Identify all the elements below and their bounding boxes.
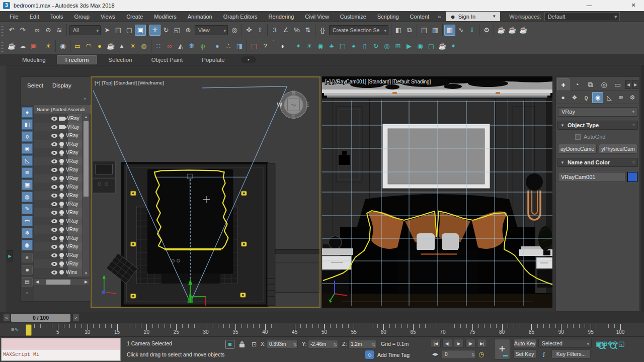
list-item[interactable]: Wins — [34, 268, 83, 277]
help-icon[interactable]: ? — [260, 41, 271, 52]
current-frame-field[interactable]: 0 — [442, 350, 476, 359]
object-type-rollout[interactable]: ▼ Object Type ≡ — [557, 121, 638, 130]
name-column-header[interactable]: Name (Sorted Ascendi — [34, 105, 91, 114]
teapot-icon[interactable]: ☕ — [437, 41, 448, 52]
menu-item[interactable]: Civil View — [299, 14, 334, 20]
menu-item[interactable]: Graph Editors — [218, 14, 263, 20]
list-item[interactable]: VRay — [34, 217, 83, 225]
y-coordinate-field[interactable]: -2.46m — [308, 340, 338, 349]
viewport-camera[interactable]: [+] [VRayCam001] [Standard] [Default Sha… — [322, 76, 552, 308]
add-time-tag[interactable]: Add Time Tag — [377, 352, 410, 358]
menu-item[interactable]: Views — [95, 14, 121, 20]
undo-icon[interactable]: ↶ — [6, 25, 17, 36]
menu-item[interactable]: Edit — [24, 14, 45, 20]
list-item[interactable]: VRay — [34, 174, 83, 183]
list-item[interactable]: VRay — [34, 208, 83, 217]
select-and-rotate-icon[interactable]: ↻ — [160, 25, 172, 36]
align-icon[interactable]: ⧉ — [404, 25, 415, 36]
vray-physical-camera-button[interactable]: yPhysicalCam — [599, 144, 637, 154]
display-bones-icon[interactable]: ✎ — [22, 204, 33, 214]
visibility-eye-icon[interactable] — [51, 253, 57, 257]
menu-item[interactable]: Tools — [45, 14, 69, 20]
list-item[interactable]: VRay — [34, 157, 83, 165]
maxscript-pink-pane[interactable] — [2, 338, 120, 349]
menu-item[interactable]: Scripting — [372, 14, 405, 20]
corona-light-icon[interactable]: ✦ — [293, 41, 304, 52]
create-selection-set-dropdown[interactable]: Create Selection Se — [329, 25, 388, 35]
ambient-light-icon[interactable]: ◍ — [138, 41, 149, 52]
list-item[interactable]: VRay — [34, 123, 83, 131]
ribbon-toggle-icon[interactable]: ▦ — [444, 25, 455, 36]
list-item[interactable]: VRay — [34, 200, 83, 208]
previous-frame-button[interactable]: < — [3, 314, 10, 322]
list-item[interactable]: VRay — [34, 225, 83, 234]
menu-item[interactable]: Customize — [335, 14, 372, 20]
doc-view-icon[interactable]: ▤ — [22, 277, 33, 287]
sphere-light-icon[interactable]: ● — [94, 41, 105, 52]
spinner-snap-icon[interactable]: ⇅ — [302, 25, 313, 36]
redo-icon[interactable]: ↷ — [17, 25, 28, 36]
scene-explorer-icon[interactable]: ▤ — [419, 25, 430, 36]
list-item[interactable]: VRay — [34, 183, 83, 191]
geometry-category-icon[interactable]: ● — [557, 92, 569, 103]
list-item[interactable]: VRay — [34, 131, 83, 140]
dome-camera-icon[interactable]: ◭ — [175, 41, 186, 52]
video-play-icon[interactable]: ▶ — [404, 41, 415, 52]
menu-item[interactable]: Content — [405, 14, 435, 20]
set-key-button[interactable]: Set Key — [513, 349, 536, 358]
visibility-eye-icon[interactable] — [51, 262, 57, 266]
ribbon-tab[interactable]: Object Paint — [143, 56, 191, 64]
camera-add-icon[interactable]: ◉ — [415, 41, 426, 52]
absolute-offset-icon[interactable]: ⊡ — [250, 340, 259, 349]
swatch-icon[interactable]: ■ — [22, 265, 33, 275]
menu-item[interactable]: Group — [68, 14, 95, 20]
vray-dome-camera-button[interactable]: ayDomeCame — [558, 144, 597, 154]
scrollbar-thumb[interactable] — [84, 121, 89, 197]
window-icon[interactable]: ▢ — [426, 41, 437, 52]
list-item[interactable]: VRay — [34, 234, 83, 242]
tab-scroll-right-icon[interactable]: ▶ — [632, 80, 638, 89]
visibility-eye-icon[interactable] — [51, 219, 57, 223]
select-and-place-icon[interactable]: ⊕ — [183, 25, 194, 36]
lights-category-icon[interactable]: ϙ — [581, 92, 592, 103]
selection-region-icon[interactable]: ▢ — [124, 25, 135, 36]
reference-coordinate-dropdown[interactable]: View — [195, 25, 228, 35]
list-view-icon[interactable]: ≡ — [22, 253, 33, 262]
shapes-category-icon[interactable]: ❖ — [569, 92, 580, 103]
vray-render-icon[interactable]: ☕ — [6, 41, 17, 52]
play-icon[interactable]: ▶ — [454, 339, 464, 348]
rect-light-icon[interactable]: ▭ — [72, 41, 83, 52]
list-item[interactable]: VRay — [34, 140, 83, 148]
modify-tab-icon[interactable]: ◔ — [571, 78, 583, 90]
display-materials-icon[interactable]: ▣ — [22, 179, 33, 190]
tab-scroll-left-icon[interactable]: ◀ — [625, 80, 631, 89]
visibility-eye-icon[interactable] — [51, 134, 57, 138]
multimatte-icon[interactable]: ∴ — [223, 41, 234, 52]
autogrid-checkbox[interactable] — [575, 134, 581, 140]
go-to-end-icon[interactable]: ▶| — [477, 339, 487, 348]
next-frame-icon[interactable]: |▶ — [465, 339, 475, 348]
menu-item[interactable]: Animation — [182, 14, 218, 20]
percent-snap-icon[interactable]: % — [291, 25, 302, 36]
viewport-split-icon[interactable]: ⊞ — [392, 41, 404, 52]
visibility-eye-icon[interactable] — [51, 176, 57, 180]
helpers-category-icon[interactable]: ◺ — [604, 92, 615, 103]
close-button[interactable]: ✕ — [626, 0, 641, 11]
snaps-toggle-icon[interactable]: 3 — [269, 25, 280, 36]
corona-camera-icon[interactable]: ◉ — [315, 41, 326, 52]
unlink-selection-icon[interactable]: ⊘ — [43, 25, 54, 36]
window-crossing-icon[interactable]: ▣ — [135, 25, 146, 36]
scrollbar-thumb[interactable] — [46, 280, 70, 285]
viewport-label[interactable]: [+] [Top] [Standard] [Wireframe] — [95, 80, 164, 85]
tree-doc-icon[interactable]: ▯ — [359, 41, 370, 52]
select-and-link-icon[interactable]: ∞ — [32, 25, 43, 36]
dope-sheet-icon[interactable]: ⇓ — [466, 25, 477, 36]
dome-light-icon[interactable]: ◠ — [83, 41, 94, 52]
display-hidden-icon[interactable]: ◉ — [22, 240, 33, 250]
visibility-eye-icon[interactable] — [51, 211, 57, 215]
mesh-light-icon[interactable]: ☕ — [105, 41, 116, 52]
visibility-eye-icon[interactable] — [51, 142, 57, 146]
display-lights-icon[interactable]: ϙ — [22, 131, 33, 142]
selection-set-dropdown[interactable]: Selected — [538, 339, 592, 348]
layers-stack-icon[interactable]: ◎ — [381, 41, 392, 52]
